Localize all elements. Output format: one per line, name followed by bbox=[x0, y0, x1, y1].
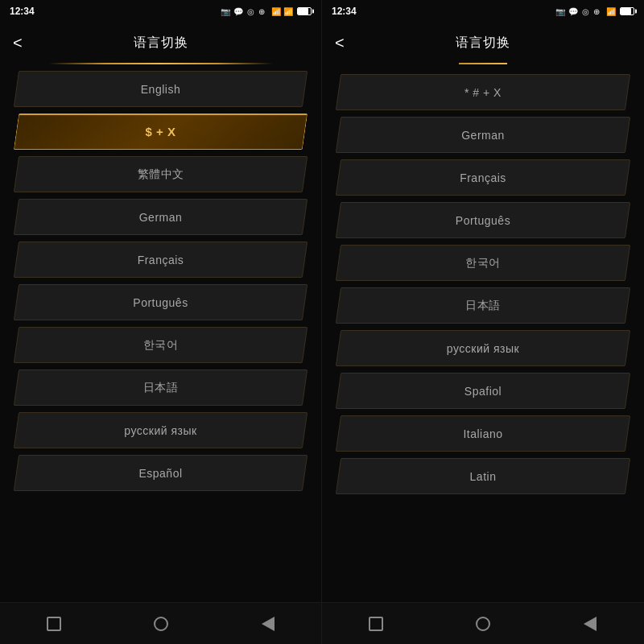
nav-bar-left bbox=[0, 602, 321, 644]
lang-item-italiano[interactable]: Italiano bbox=[338, 415, 628, 452]
lang-item-latin-label: Latin bbox=[470, 470, 497, 483]
circle-icon-left bbox=[154, 617, 168, 631]
status-bar-left: 12:34 📷 💬 ◎ ⊕ 📶 📶 bbox=[0, 0, 321, 23]
wifi-icon-right: 📶 bbox=[606, 7, 616, 16]
lang-item-francais2[interactable]: Français bbox=[338, 159, 628, 196]
lang-item-latin[interactable]: Latin bbox=[338, 458, 628, 494]
lang-item-espanol[interactable]: Español bbox=[16, 455, 305, 491]
lang-item-japanese-label: 日本語 bbox=[143, 381, 179, 395]
nav-circle-right[interactable] bbox=[473, 614, 493, 634]
status-bar-right: 12:34 📷 💬 ◎ ⊕ 📶 bbox=[322, 0, 644, 23]
lang-item-german2-label: German bbox=[461, 129, 505, 142]
notification-icons: 📷 💬 ◎ ⊕ bbox=[221, 7, 266, 16]
battery-icon-right bbox=[620, 7, 634, 15]
lang-item-spafiol[interactable]: Spafiol bbox=[338, 373, 628, 409]
lang-item-portugues[interactable]: Português bbox=[16, 284, 305, 320]
status-icons-left: 📷 💬 ◎ ⊕ 📶 📶 bbox=[221, 7, 312, 16]
lang-item-francais2-label: Français bbox=[460, 171, 506, 184]
lang-item-special2[interactable]: * # + X bbox=[338, 74, 628, 110]
lang-item-portugues-label: Português bbox=[133, 296, 188, 309]
lang-item-english-label: English bbox=[141, 83, 180, 96]
status-icons-right: 📷 💬 ◎ ⊕ 📶 bbox=[555, 7, 634, 16]
lang-item-special[interactable]: $ + X bbox=[16, 114, 305, 150]
nav-triangle-right[interactable] bbox=[580, 614, 600, 634]
lang-item-portugues2-label: Português bbox=[456, 214, 510, 227]
circle-icon-right bbox=[476, 617, 490, 631]
triangle-icon-right bbox=[584, 617, 597, 631]
lang-item-german2[interactable]: German bbox=[338, 117, 628, 153]
battery-icon-left bbox=[297, 7, 312, 15]
lang-item-francais[interactable]: Français bbox=[16, 242, 305, 278]
lang-item-japanese2[interactable]: 日本語 bbox=[338, 287, 628, 324]
language-list-right: * # + X German Français Português 한국어 日本… bbox=[322, 68, 644, 602]
lang-item-korean2-label: 한국어 bbox=[465, 256, 501, 270]
lang-item-special2-label: * # + X bbox=[464, 86, 502, 99]
back-button-right[interactable]: < bbox=[335, 34, 345, 52]
status-time-right: 12:34 bbox=[332, 6, 357, 17]
nav-square-left[interactable] bbox=[44, 614, 64, 634]
lang-item-trad-chinese-label: 繁體中文 bbox=[138, 167, 184, 182]
left-panel: 12:34 📷 💬 ◎ ⊕ 📶 📶 < 语言切换 English $ + X bbox=[0, 0, 322, 644]
nav-bar-right bbox=[322, 602, 644, 644]
lang-item-italiano-label: Italiano bbox=[463, 427, 502, 440]
square-icon-left bbox=[47, 617, 61, 631]
lang-item-russian2-label: русский язык bbox=[447, 342, 519, 355]
language-list-left: English $ + X 繁體中文 German Français Portu… bbox=[0, 64, 321, 602]
lang-item-spafiol-label: Spafiol bbox=[464, 385, 502, 398]
right-panel: 12:34 📷 💬 ◎ ⊕ 📶 < 语言切换 * # + X German F bbox=[322, 0, 644, 644]
triangle-icon-left bbox=[262, 617, 275, 631]
lang-item-german-label: German bbox=[139, 211, 183, 224]
lang-item-german[interactable]: German bbox=[16, 199, 305, 235]
nav-square-right[interactable] bbox=[366, 614, 386, 634]
status-time-left: 12:34 bbox=[10, 6, 35, 17]
wifi-icon: 📶 bbox=[271, 7, 281, 16]
page-title-right: 语言切换 bbox=[456, 35, 510, 52]
lang-item-russian2[interactable]: русский язык bbox=[338, 330, 628, 366]
nav-triangle-left[interactable] bbox=[258, 614, 278, 634]
lang-item-korean2[interactable]: 한국어 bbox=[338, 245, 628, 281]
lang-item-english[interactable]: English bbox=[16, 71, 305, 107]
header-underline-right bbox=[459, 63, 507, 64]
nav-circle-left[interactable] bbox=[151, 614, 171, 634]
lang-item-russian-label: русский язык bbox=[124, 424, 196, 437]
lang-item-japanese2-label: 日本語 bbox=[465, 299, 501, 313]
page-title-left: 语言切换 bbox=[134, 35, 188, 52]
lang-item-special-label: $ + X bbox=[146, 125, 176, 138]
back-button-left[interactable]: < bbox=[13, 34, 23, 52]
lang-item-espanol-label: Español bbox=[138, 467, 182, 480]
lang-item-japanese[interactable]: 日本語 bbox=[16, 369, 305, 406]
lang-item-korean-label: 한국어 bbox=[143, 338, 179, 353]
square-icon-right bbox=[369, 617, 383, 631]
lang-item-korean[interactable]: 한국어 bbox=[16, 327, 305, 363]
notification-icons-right: 📷 💬 ◎ ⊕ bbox=[555, 7, 601, 16]
header-left: < 语言切换 bbox=[0, 23, 321, 63]
lang-item-francais-label: Français bbox=[138, 254, 184, 266]
header-right: < 语言切换 bbox=[322, 23, 644, 63]
lang-item-portugues2[interactable]: Português bbox=[338, 202, 628, 238]
lang-item-russian[interactable]: русский язык bbox=[16, 412, 305, 448]
bluetooth-icon: 📶 bbox=[283, 7, 293, 16]
lang-item-trad-chinese[interactable]: 繁體中文 bbox=[16, 156, 305, 192]
